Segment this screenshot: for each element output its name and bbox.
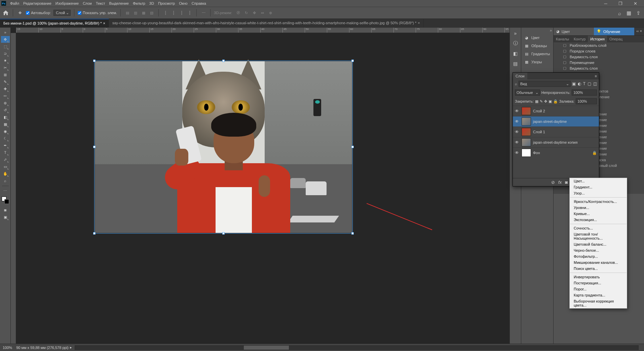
menu-image[interactable]: Изображение [53, 0, 81, 6]
menu-window[interactable]: Окно [177, 0, 190, 6]
link-layers-icon[interactable]: ⊘ [551, 180, 555, 185]
menu-threshold[interactable]: Порог... [570, 286, 627, 292]
filter-pixel-icon[interactable]: ▣ [572, 81, 576, 86]
transform-handle-bc[interactable] [222, 232, 225, 235]
layer-row[interactable]: 👁Фон🔒 [513, 147, 599, 158]
layer-row[interactable]: 👁japan-street-daytime копия [513, 137, 599, 147]
doc-info[interactable]: 90 мм x 59,88 мм (276,578 ppi) [16, 346, 69, 350]
layer-thumbnail[interactable] [522, 128, 531, 136]
tab-actions[interactable]: Операц [607, 36, 625, 42]
menu-gradient-map[interactable]: Карта градиента... [570, 292, 627, 298]
close-tab-icon[interactable]: × [103, 21, 105, 25]
filter-smart-icon[interactable]: ◫ [593, 81, 597, 86]
panel-menu-icon[interactable]: ≡ [593, 73, 599, 79]
menu-pattern[interactable]: Узор... [570, 190, 627, 196]
blur-tool[interactable]: ◉◣ [1, 128, 10, 135]
share-icon[interactable]: ⇪ [635, 10, 641, 16]
doc-tab-1[interactable]: Без имени-1.psd @ 100% (japan-street-day… [0, 19, 109, 27]
stamp-tool[interactable]: ⊛◣ [1, 100, 10, 106]
zoom-level[interactable]: 100% [3, 346, 12, 350]
transform-handle-tl[interactable] [93, 60, 96, 62]
layer-thumbnail[interactable] [522, 149, 531, 157]
frame-tool[interactable]: ⊞ [1, 71, 10, 78]
menu-vibrance[interactable]: Сочность... [570, 225, 627, 231]
canvas-area[interactable]: 1510505101520253035404550556065707580859… [11, 28, 509, 344]
menu-invert[interactable]: Инвертировать [570, 274, 627, 280]
healing-tool[interactable]: ✚◣ [1, 85, 10, 92]
filter-adjust-icon[interactable]: ◐ [578, 81, 581, 86]
menu-solid-color[interactable]: Цвет... [570, 178, 627, 184]
distribute-h-icon[interactable]: ┇ [162, 9, 169, 16]
layer-name[interactable]: Фон [533, 151, 540, 155]
menu-curves[interactable]: Кривые... [570, 211, 627, 217]
close-panel-icon[interactable]: ‹‹ × [634, 28, 644, 35]
3d-orbit-icon[interactable]: ⦿ [235, 9, 241, 16]
menu-layers[interactable]: Слои [81, 0, 94, 6]
home-icon[interactable] [2, 9, 9, 16]
layer-row[interactable]: 👁Слой 1 [513, 127, 599, 137]
collapse-icon[interactable]: » [1, 29, 10, 36]
crop-tool[interactable]: ✂◣ [1, 64, 10, 71]
libraries-panel-icon[interactable]: ▤ [512, 60, 519, 67]
lasso-tool[interactable]: ⊃◣ [1, 50, 10, 57]
filter-type-icon[interactable]: T [583, 81, 585, 86]
collapse-icon[interactable]: » [550, 28, 552, 33]
align-more-icon[interactable]: ┇ [186, 9, 193, 16]
dodge-tool[interactable]: ☾◣ [1, 135, 10, 142]
align-right-icon[interactable]: ▦ [140, 9, 147, 16]
fill-input[interactable]: 100% [576, 98, 597, 104]
eyedropper-tool[interactable]: ✎◣ [1, 78, 10, 85]
visibility-icon[interactable]: 👁 [515, 150, 520, 155]
visibility-icon[interactable]: 👁 [515, 130, 520, 134]
window-maximize-icon[interactable]: ❐ [613, 1, 628, 6]
opacity-input[interactable]: 100% [572, 90, 597, 96]
tab-channels[interactable]: Каналы [554, 36, 571, 42]
menu-color-lookup[interactable]: Поиск цвета... [570, 266, 627, 272]
layer-name[interactable]: japan-street-daytime [533, 119, 567, 124]
panel-samples[interactable]: ▦Образцы [521, 42, 553, 50]
tab-history[interactable]: История [588, 36, 607, 42]
layer-row[interactable]: 👁japan-street-daytime [513, 116, 599, 127]
transform-handle-ml[interactable] [93, 146, 96, 148]
layer-filter-select[interactable]: Вид⌄ [519, 81, 571, 87]
transform-handle-bl[interactable] [93, 232, 96, 235]
magic-wand-tool[interactable]: ✷◣ [1, 57, 10, 64]
menu-color-balance[interactable]: Цветовой баланс... [570, 241, 627, 247]
3d-zoom-icon[interactable]: ⊕ [267, 9, 274, 16]
layers-panel[interactable]: Слои≡ ⌕ Вид⌄ ▣ ◐ T ▢ ◫ Обычные⌄ Непрозра… [513, 72, 599, 186]
history-item[interactable]: ▢Перемещение [554, 60, 644, 65]
transform-handle-tc[interactable] [222, 60, 225, 62]
color-swatches[interactable] [2, 197, 9, 204]
menu-photofilter[interactable]: Фотофильтр... [570, 253, 627, 259]
menu-posterize[interactable]: Постеризация... [570, 280, 627, 286]
lock-all-icon[interactable]: 🔒 [553, 99, 558, 104]
menu-select[interactable]: Выделение [107, 0, 131, 6]
menu-text[interactable]: Текст [94, 0, 107, 6]
window-close-icon[interactable]: ✕ [628, 1, 643, 6]
brush-tool[interactable]: ✏◣ [1, 93, 10, 99]
align-top-icon[interactable]: ▧ [148, 9, 155, 16]
layer-thumbnail[interactable] [522, 107, 531, 115]
pen-tool[interactable]: ✒◣ [1, 142, 10, 149]
history-brush-tool[interactable]: ↺◣ [1, 107, 10, 113]
lock-pixels-icon[interactable]: ▦ [535, 99, 538, 104]
menu-exposure[interactable]: Экспозиция... [570, 217, 627, 223]
layer-name[interactable]: Слой 2 [533, 109, 545, 113]
lock-brush-icon[interactable]: ✎ [540, 99, 543, 104]
add-mask-icon[interactable]: ◙ [565, 180, 568, 185]
panel-patterns[interactable]: ▩Узоры [521, 58, 553, 66]
transform-handle-tr[interactable] [351, 60, 354, 62]
align-left-icon[interactable]: ▤ [124, 9, 131, 16]
history-item[interactable]: ▢Порядок слоев [554, 48, 644, 54]
lock-position-icon[interactable]: ✥ [544, 99, 547, 104]
visibility-icon[interactable]: 👁 [515, 119, 520, 124]
menu-3d[interactable]: 3D [147, 0, 156, 6]
panel-gradients[interactable]: ▤Градиенты [521, 50, 553, 58]
layer-fx-icon[interactable]: fx [558, 180, 562, 185]
tab-layers[interactable]: Слои [513, 73, 527, 79]
ruler-horizontal[interactable]: 1510505101520253035404550556065707580859… [16, 28, 509, 33]
align-center-h-icon[interactable]: ▥ [132, 9, 139, 16]
visibility-icon[interactable]: 👁 [515, 109, 520, 113]
menu-gradient[interactable]: Градиент... [570, 184, 627, 190]
distribute-v-icon[interactable]: ┇ [170, 9, 177, 16]
